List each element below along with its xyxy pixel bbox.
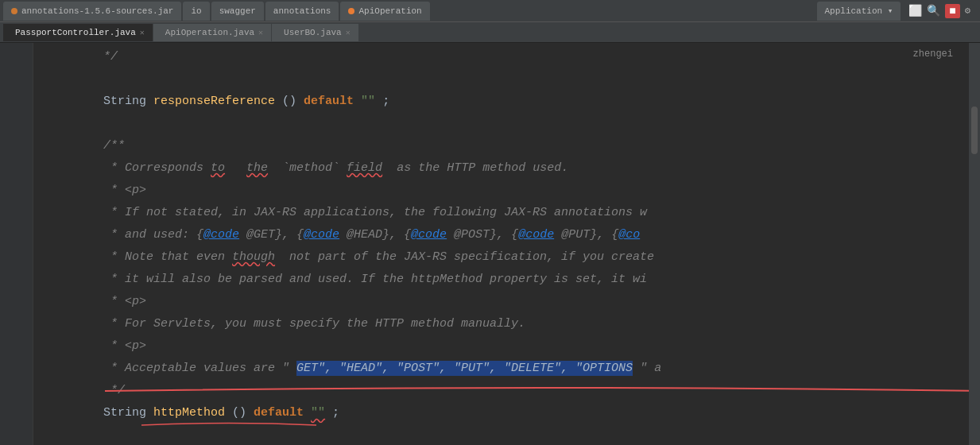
browser-tab-bar: annotations-1.5.6-sources.jar io swagger… xyxy=(0,0,980,22)
tab-annotations-jar[interactable]: annotations-1.5.6-sources.jar xyxy=(3,2,181,21)
code-token: String responseReference () default "" ; xyxy=(103,91,389,113)
tab-swagger[interactable]: swagger xyxy=(211,2,264,21)
gear-icon[interactable]: ⚙ xyxy=(965,5,970,17)
tab-label: annotations-1.5.6-sources.jar xyxy=(21,6,173,16)
code-token: * Corresponds to the `method` field as t… xyxy=(103,157,568,180)
tab-annotations[interactable]: annotations xyxy=(265,2,339,21)
vertical-scrollbar[interactable] xyxy=(969,43,980,445)
file-tab-userbo[interactable]: UserBO.java ✕ xyxy=(272,24,358,41)
jar-icon xyxy=(11,8,17,14)
http-method-line: String httpMethod () default "" ; xyxy=(46,402,969,424)
apioperation-icon xyxy=(348,8,354,14)
acceptable-values-line: * Acceptable values are " GET", "HEAD", … xyxy=(46,358,969,380)
code-token: * it will also be parsed and used. If th… xyxy=(103,269,647,291)
close-tab-icon[interactable]: ✕ xyxy=(140,28,145,37)
code-token: String httpMethod () default "" ; xyxy=(103,402,339,424)
code-token: * <p> xyxy=(103,291,146,313)
code-line: * <p> xyxy=(46,180,969,202)
stop-icon[interactable]: ■ xyxy=(945,4,959,18)
code-line: * Note that even though not part of the … xyxy=(46,246,969,269)
code-line: * Corresponds to the `method` field as t… xyxy=(46,157,969,180)
tab-label: Application ▾ xyxy=(825,6,893,16)
code-token: * and used: {@code @GET}, {@code @HEAD},… xyxy=(103,224,640,246)
code-line: * <p> xyxy=(46,335,969,358)
close-tab-icon[interactable]: ✕ xyxy=(346,28,351,37)
tab-label: annotations xyxy=(273,6,331,16)
code-line: * <p> xyxy=(46,291,969,313)
file-tab-apioperation[interactable]: ApiOperation.java ✕ xyxy=(153,24,271,41)
code-token: * Note that even though not part of the … xyxy=(103,246,654,269)
file-tab-label: UserBO.java xyxy=(284,28,342,37)
code-token: * <p> xyxy=(103,335,146,358)
squiggle-the: the xyxy=(246,161,268,175)
squiggle-though: though xyxy=(232,250,275,264)
code-token: * <p> xyxy=(103,180,146,202)
tab-apioperation[interactable]: ApiOperation xyxy=(340,2,429,21)
code-line: /** xyxy=(46,135,969,157)
code-token: * If not stated, in JAX-RS applications,… xyxy=(103,202,647,224)
code-line xyxy=(46,113,969,135)
code-line: */ xyxy=(46,46,969,68)
code-line: * For Servlets, you must specify the HTT… xyxy=(46,313,969,335)
file-tab-label: ApiOperation.java xyxy=(165,28,254,37)
selection-highlight: GET", "HEAD", "POST", "PUT", "DELETE", "… xyxy=(296,361,633,376)
tab-label: swagger xyxy=(219,6,256,16)
code-token: * For Servlets, you must specify the HTT… xyxy=(103,313,525,335)
code-line: String responseReference () default "" ; xyxy=(46,91,969,113)
search-icon[interactable]: 🔍 xyxy=(927,4,940,17)
code-line: * If not stated, in JAX-RS applications,… xyxy=(46,202,969,224)
editor-area: zhengei */ String responseReference () d… xyxy=(0,43,980,445)
code-token: */ xyxy=(46,46,118,68)
code-line xyxy=(46,424,969,445)
tab-label: ApiOperation xyxy=(358,6,421,16)
code-line: * it will also be parsed and used. If th… xyxy=(46,269,969,291)
line-number-gutter xyxy=(0,43,33,445)
scrollbar-thumb[interactable] xyxy=(971,106,978,154)
code-line xyxy=(46,68,969,91)
tab-label: io xyxy=(191,6,201,16)
squiggle-to: to xyxy=(211,161,225,175)
file-tab-label: PassportController.java xyxy=(15,28,136,37)
squiggle-field: field xyxy=(347,161,382,175)
code-line: */ xyxy=(46,380,969,402)
code-line: * and used: {@code @GET}, {@code @HEAD},… xyxy=(46,224,969,246)
tab-io[interactable]: io xyxy=(183,2,209,21)
squiggle-string: "" xyxy=(311,406,325,420)
file-tab-bar: PassportController.java ✕ ApiOperation.j… xyxy=(0,22,980,43)
toolbar-icons: ⬜ 🔍 ■ ⚙ xyxy=(902,4,977,18)
code-token: /** xyxy=(103,135,125,157)
file-tab-passportcontroller[interactable]: PassportController.java ✕ xyxy=(3,24,153,41)
code-token: */ xyxy=(103,380,125,402)
close-tab-icon[interactable]: ✕ xyxy=(258,28,263,37)
code-token: * Acceptable values are " GET", "HEAD", … xyxy=(103,358,661,380)
code-editor[interactable]: zhengei */ String responseReference () d… xyxy=(33,43,969,445)
tab-application[interactable]: Application ▾ xyxy=(817,2,901,21)
restore-icon[interactable]: ⬜ xyxy=(908,4,922,17)
